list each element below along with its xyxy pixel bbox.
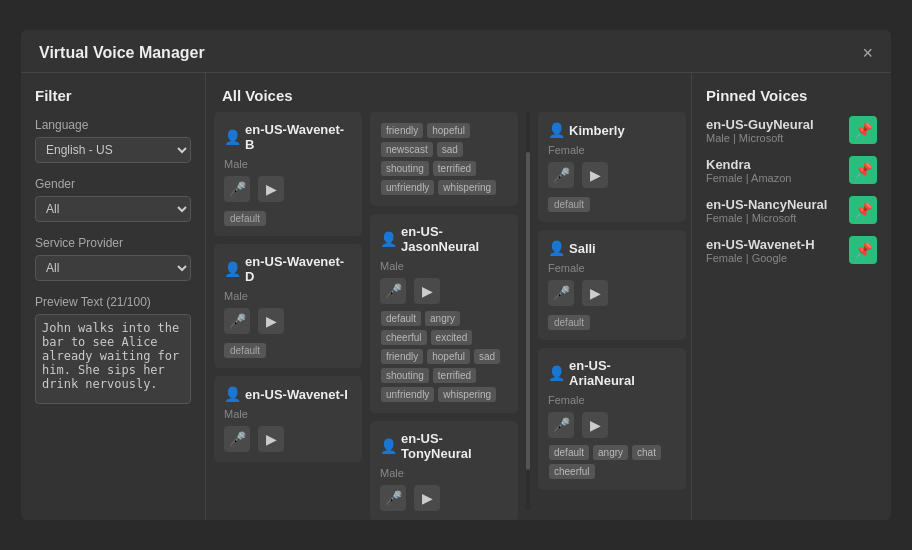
voices-grid: 👤 en-US-Wavenet-B Male 🎤 ▶ default bbox=[206, 112, 691, 520]
gender-select[interactable]: All bbox=[35, 196, 191, 222]
tags-row-jason-top: friendly hopeful newscast sad shouting t… bbox=[380, 122, 508, 196]
pinned-sub-nancy: Female | Microsoft bbox=[706, 212, 827, 224]
tags-row-aria: default angry chat cheerful bbox=[548, 444, 676, 480]
voice-name-salli: 👤 Salli bbox=[548, 240, 676, 256]
voices-main: All Voices 👤 en-US-Wavenet-B Male 🎤 ▶ bbox=[206, 73, 691, 520]
voice-controls-salli: 🎤 ▶ bbox=[548, 280, 676, 306]
play-button-jason[interactable]: ▶ bbox=[414, 278, 440, 304]
pin-button-kendra[interactable]: 📌 bbox=[849, 156, 877, 184]
provider-label: Service Provider bbox=[35, 236, 191, 250]
pin-button-nancy[interactable]: 📌 bbox=[849, 196, 877, 224]
mic-button-aria[interactable]: 🎤 bbox=[548, 412, 574, 438]
voice-gender-salli: Female bbox=[548, 262, 676, 274]
pinned-item-guy: en-US-GuyNeural Male | Microsoft 📌 bbox=[706, 116, 877, 144]
default-badge-kimberly: default bbox=[548, 197, 590, 212]
voice-gender-aria: Female bbox=[548, 394, 676, 406]
voice-name-wavenet-b: 👤 en-US-Wavenet-B bbox=[224, 122, 352, 152]
voice-controls-wavenet-i: 🎤 ▶ bbox=[224, 426, 352, 452]
mic-button-wavenet-b[interactable]: 🎤 bbox=[224, 176, 250, 202]
mic-button-kimberly[interactable]: 🎤 bbox=[548, 162, 574, 188]
pinned-name-guy: en-US-GuyNeural bbox=[706, 117, 814, 132]
voice-gender-wavenet-i: Male bbox=[224, 408, 352, 420]
filter-panel: Filter Language English - US Gender All … bbox=[21, 73, 206, 520]
voices-header: All Voices bbox=[206, 73, 691, 112]
user-icon-2: 👤 bbox=[224, 261, 241, 277]
default-badge-salli: default bbox=[548, 315, 590, 330]
play-button-salli[interactable]: ▶ bbox=[582, 280, 608, 306]
default-badge-wavenet-b: default bbox=[224, 211, 266, 226]
pin-button-wavenet-h[interactable]: 📌 bbox=[849, 236, 877, 264]
user-icon-jason: 👤 bbox=[380, 231, 397, 247]
preview-label: Preview Text (21/100) bbox=[35, 295, 191, 309]
mic-button-tony[interactable]: 🎤 bbox=[380, 485, 406, 511]
voice-card-tony: 👤 en-US-TonyNeural Male 🎤 ▶ bbox=[370, 421, 518, 520]
modal-body: Filter Language English - US Gender All … bbox=[21, 73, 891, 520]
mic-button-jason[interactable]: 🎤 bbox=[380, 278, 406, 304]
user-icon-3: 👤 bbox=[224, 386, 241, 402]
play-button-kimberly[interactable]: ▶ bbox=[582, 162, 608, 188]
mic-button-salli[interactable]: 🎤 bbox=[548, 280, 574, 306]
language-filter-group: Language English - US bbox=[35, 118, 191, 163]
voice-name-jason: 👤 en-US-JasonNeural bbox=[380, 224, 508, 254]
gender-filter-group: Gender All bbox=[35, 177, 191, 222]
pinned-sub-kendra: Female | Amazon bbox=[706, 172, 791, 184]
voice-name-tony: 👤 en-US-TonyNeural bbox=[380, 431, 508, 461]
default-badge-wavenet-d: default bbox=[224, 343, 266, 358]
modal: Virtual Voice Manager × Filter Language … bbox=[21, 30, 891, 520]
pinned-panel: Pinned Voices en-US-GuyNeural Male | Mic… bbox=[691, 73, 891, 520]
pinned-title: Pinned Voices bbox=[706, 87, 877, 104]
play-button-wavenet-b[interactable]: ▶ bbox=[258, 176, 284, 202]
pinned-sub-wavenet-h: Female | Google bbox=[706, 252, 815, 264]
voice-card-wavenet-b: 👤 en-US-Wavenet-B Male 🎤 ▶ default bbox=[214, 112, 362, 236]
voice-card-jason-neural: 👤 en-US-JasonNeural Male 🎤 ▶ default ang… bbox=[370, 214, 518, 413]
voice-card-salli: 👤 Salli Female 🎤 ▶ default bbox=[538, 230, 686, 340]
voice-gender-kimberly: Female bbox=[548, 144, 676, 156]
language-select[interactable]: English - US bbox=[35, 137, 191, 163]
voice-card-aria: 👤 en-US-AriaNeural Female 🎤 ▶ default an… bbox=[538, 348, 686, 490]
play-button-wavenet-d[interactable]: ▶ bbox=[258, 308, 284, 334]
mic-button-wavenet-i[interactable]: 🎤 bbox=[224, 426, 250, 452]
mic-button-wavenet-d[interactable]: 🎤 bbox=[224, 308, 250, 334]
pin-button-guy[interactable]: 📌 bbox=[849, 116, 877, 144]
voice-column-1: 👤 en-US-Wavenet-B Male 🎤 ▶ default bbox=[214, 112, 362, 510]
voice-controls-wavenet-b: 🎤 ▶ bbox=[224, 176, 352, 202]
user-icon-salli: 👤 bbox=[548, 240, 565, 256]
voice-column-3: 👤 Kimberly Female 🎤 ▶ default 👤 bbox=[538, 112, 686, 510]
pinned-item-kendra: Kendra Female | Amazon 📌 bbox=[706, 156, 877, 184]
voice-card-jason-top: friendly hopeful newscast sad shouting t… bbox=[370, 112, 518, 206]
preview-textarea[interactable]: John walks into the bar to see Alice alr… bbox=[35, 314, 191, 404]
modal-title: Virtual Voice Manager bbox=[39, 44, 205, 62]
modal-header: Virtual Voice Manager × bbox=[21, 30, 891, 73]
voice-card-wavenet-i: 👤 en-US-Wavenet-I Male 🎤 ▶ bbox=[214, 376, 362, 462]
voice-column-2: friendly hopeful newscast sad shouting t… bbox=[370, 112, 518, 510]
provider-select[interactable]: All bbox=[35, 255, 191, 281]
play-button-tony[interactable]: ▶ bbox=[414, 485, 440, 511]
filter-title: Filter bbox=[35, 87, 191, 104]
voice-gender-tony: Male bbox=[380, 467, 508, 479]
voice-controls-wavenet-d: 🎤 ▶ bbox=[224, 308, 352, 334]
play-button-aria[interactable]: ▶ bbox=[582, 412, 608, 438]
gender-label: Gender bbox=[35, 177, 191, 191]
voice-controls-tony: 🎤 ▶ bbox=[380, 485, 508, 511]
close-button[interactable]: × bbox=[862, 44, 873, 62]
pinned-item-nancy: en-US-NancyNeural Female | Microsoft 📌 bbox=[706, 196, 877, 224]
tags-row-jason: default angry cheerful excited friendly … bbox=[380, 310, 508, 403]
scrollbar-divider bbox=[526, 112, 530, 510]
pinned-item-wavenet-h: en-US-Wavenet-H Female | Google 📌 bbox=[706, 236, 877, 264]
voice-name-aria: 👤 en-US-AriaNeural bbox=[548, 358, 676, 388]
pinned-sub-guy: Male | Microsoft bbox=[706, 132, 814, 144]
voice-card-kimberly: 👤 Kimberly Female 🎤 ▶ default bbox=[538, 112, 686, 222]
pinned-name-nancy: en-US-NancyNeural bbox=[706, 197, 827, 212]
user-icon: 👤 bbox=[224, 129, 241, 145]
user-icon-kimberly: 👤 bbox=[548, 122, 565, 138]
preview-group: Preview Text (21/100) John walks into th… bbox=[35, 295, 191, 408]
voice-controls-kimberly: 🎤 ▶ bbox=[548, 162, 676, 188]
user-icon-tony: 👤 bbox=[380, 438, 397, 454]
voice-name-wavenet-i: 👤 en-US-Wavenet-I bbox=[224, 386, 352, 402]
play-button-wavenet-i[interactable]: ▶ bbox=[258, 426, 284, 452]
voice-controls-jason: 🎤 ▶ bbox=[380, 278, 508, 304]
voice-gender-jason: Male bbox=[380, 260, 508, 272]
voice-card-wavenet-d: 👤 en-US-Wavenet-D Male 🎤 ▶ default bbox=[214, 244, 362, 368]
pinned-name-kendra: Kendra bbox=[706, 157, 791, 172]
pinned-name-wavenet-h: en-US-Wavenet-H bbox=[706, 237, 815, 252]
